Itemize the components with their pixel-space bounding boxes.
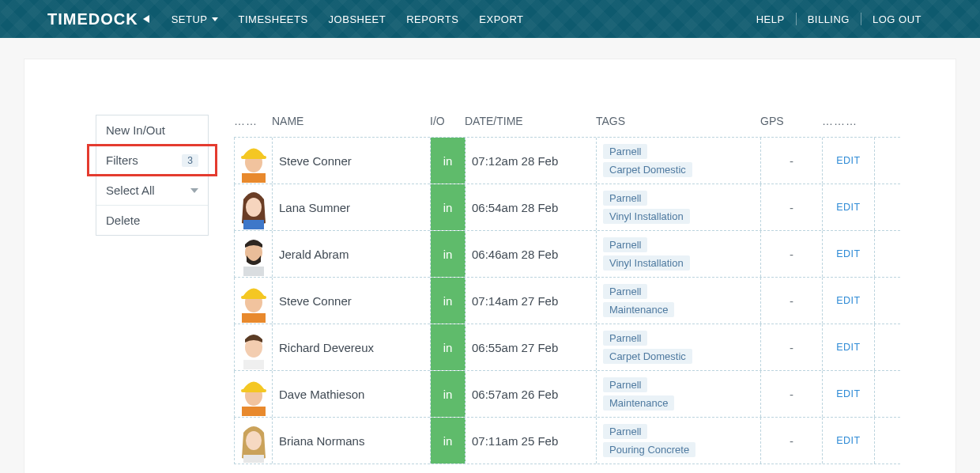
avatar-cell[interactable] bbox=[235, 324, 273, 370]
nav-billing[interactable]: BILLING bbox=[797, 13, 861, 25]
datetime-cell: 06:54am 28 Feb bbox=[466, 184, 597, 230]
tag[interactable]: Parnell bbox=[603, 144, 647, 159]
avatar-cell[interactable] bbox=[235, 418, 273, 464]
nav-export-label: EXPORT bbox=[479, 13, 523, 25]
tags-cell: ParnellVinyl Installation bbox=[597, 231, 761, 277]
edit-cell: EDIT bbox=[823, 278, 875, 324]
side-delete[interactable]: Delete bbox=[96, 206, 208, 235]
tags-cell: ParnellMaintenance bbox=[597, 278, 761, 324]
io-cell: in bbox=[431, 138, 466, 184]
tag[interactable]: Maintenance bbox=[603, 395, 674, 411]
svg-rect-16 bbox=[243, 360, 264, 369]
avatar bbox=[236, 278, 272, 323]
io-cell: in bbox=[431, 184, 466, 230]
svg-rect-2 bbox=[241, 156, 266, 159]
chevron-down-icon bbox=[190, 188, 198, 193]
nav-setup-label: SETUP bbox=[172, 13, 208, 25]
io-cell: in bbox=[431, 371, 466, 417]
edit-cell: EDIT bbox=[823, 138, 875, 184]
table-body: Steve Connerin07:12am 28 FebParnellCarpe… bbox=[234, 137, 900, 464]
nav-setup[interactable]: SETUP bbox=[172, 13, 218, 25]
col-actions: ……… bbox=[822, 115, 874, 127]
side-delete-label: Delete bbox=[106, 214, 140, 227]
table-row: Lana Sumnerin06:54am 28 FebParnellVinyl … bbox=[234, 184, 900, 231]
side-filters[interactable]: Filters 3 bbox=[96, 146, 208, 176]
datetime-cell: 07:14am 27 Feb bbox=[466, 278, 597, 324]
tag[interactable]: Parnell bbox=[603, 191, 647, 206]
gps-cell: - bbox=[761, 231, 823, 277]
name-cell: Steve Conner bbox=[273, 278, 431, 324]
table-row: Steve Connerin07:12am 28 FebParnellCarpe… bbox=[234, 138, 900, 184]
avatar bbox=[236, 372, 272, 416]
datetime-cell: 06:46am 28 Feb bbox=[466, 231, 597, 277]
logo-caret-icon bbox=[143, 15, 149, 23]
svg-rect-19 bbox=[241, 389, 266, 392]
edit-cell: EDIT bbox=[823, 324, 875, 370]
chevron-down-icon bbox=[212, 17, 218, 21]
timesheet-table: …… NAME I/O DATE/TIME TAGS GPS ……… Steve… bbox=[234, 115, 900, 473]
name-cell: Briana Normans bbox=[273, 418, 431, 464]
avatar-cell[interactable] bbox=[235, 278, 273, 324]
name-cell: Lana Sumner bbox=[273, 184, 431, 230]
gps-cell: - bbox=[761, 371, 823, 417]
svg-rect-13 bbox=[242, 313, 266, 323]
avatar-cell[interactable] bbox=[235, 371, 273, 417]
edit-link[interactable]: EDIT bbox=[836, 388, 860, 399]
edit-link[interactable]: EDIT bbox=[836, 435, 860, 446]
avatar-cell[interactable] bbox=[235, 184, 273, 230]
avatar-cell[interactable] bbox=[235, 231, 273, 277]
avatar-cell[interactable] bbox=[235, 138, 273, 184]
tag[interactable]: Vinyl Installation bbox=[603, 209, 690, 224]
nav-reports[interactable]: REPORTS bbox=[406, 13, 458, 25]
tag[interactable]: Maintenance bbox=[603, 302, 674, 317]
tags-cell: ParnellMaintenance bbox=[597, 371, 761, 417]
table-header: …… NAME I/O DATE/TIME TAGS GPS ……… bbox=[234, 115, 900, 137]
avatar bbox=[236, 325, 272, 369]
edit-link[interactable]: EDIT bbox=[836, 248, 860, 259]
edit-link[interactable]: EDIT bbox=[836, 155, 860, 166]
datetime-cell: 06:55am 27 Feb bbox=[466, 324, 597, 370]
table-row: Jerald Abramin06:46am 28 FebParnellVinyl… bbox=[234, 231, 900, 278]
nav-jobsheet[interactable]: JOBSHEET bbox=[329, 13, 386, 25]
edit-cell: EDIT bbox=[823, 418, 875, 464]
nav-jobsheet-label: JOBSHEET bbox=[329, 13, 386, 25]
tag[interactable]: Parnell bbox=[603, 331, 647, 346]
nav-help-label: HELP bbox=[756, 13, 785, 25]
tag[interactable]: Parnell bbox=[603, 424, 647, 439]
side-new-inout-label: New In/Out bbox=[106, 123, 165, 137]
tag[interactable]: Carpet Domestic bbox=[603, 162, 692, 177]
filters-count-badge: 3 bbox=[182, 154, 198, 167]
name-cell: Dave Mathieson bbox=[273, 371, 431, 417]
nav-logout[interactable]: LOG OUT bbox=[861, 13, 933, 25]
tag[interactable]: Vinyl Installation bbox=[603, 255, 690, 271]
tag[interactable]: Parnell bbox=[603, 237, 647, 252]
edit-link[interactable]: EDIT bbox=[836, 295, 860, 306]
tag[interactable]: Parnell bbox=[603, 377, 647, 392]
col-avatar: …… bbox=[234, 115, 272, 127]
tag[interactable]: Pouring Concrete bbox=[603, 442, 695, 457]
edit-cell: EDIT bbox=[823, 231, 875, 277]
side-new-inout[interactable]: New In/Out bbox=[96, 115, 208, 146]
nav-reports-label: REPORTS bbox=[406, 13, 458, 25]
app-logo-text: TIMEDOCK bbox=[47, 10, 138, 28]
tag[interactable]: Parnell bbox=[603, 284, 647, 299]
col-gps: GPS bbox=[760, 115, 822, 127]
tags-cell: ParnellCarpet Domestic bbox=[597, 324, 761, 370]
side-select-all[interactable]: Select All bbox=[96, 176, 208, 206]
svg-point-5 bbox=[246, 198, 262, 217]
edit-cell: EDIT bbox=[823, 184, 875, 230]
nav-timesheets[interactable]: TIMESHEETS bbox=[239, 13, 308, 25]
nav-help[interactable]: HELP bbox=[745, 13, 796, 25]
side-filters-label: Filters bbox=[106, 153, 138, 167]
app-header: TIMEDOCK SETUP TIMESHEETS JOBSHEET REPOR… bbox=[0, 0, 980, 38]
nav-export[interactable]: EXPORT bbox=[479, 13, 523, 25]
avatar bbox=[236, 138, 272, 183]
edit-link[interactable]: EDIT bbox=[836, 202, 860, 213]
gps-cell: - bbox=[761, 418, 823, 464]
col-name: NAME bbox=[272, 115, 430, 127]
name-cell: Jerald Abram bbox=[273, 231, 431, 277]
tags-cell: ParnellPouring Concrete bbox=[597, 418, 761, 464]
tag[interactable]: Carpet Domestic bbox=[603, 349, 692, 364]
edit-link[interactable]: EDIT bbox=[836, 342, 860, 353]
table-row: Richard Devereuxin06:55am 27 FebParnellC… bbox=[234, 324, 900, 371]
